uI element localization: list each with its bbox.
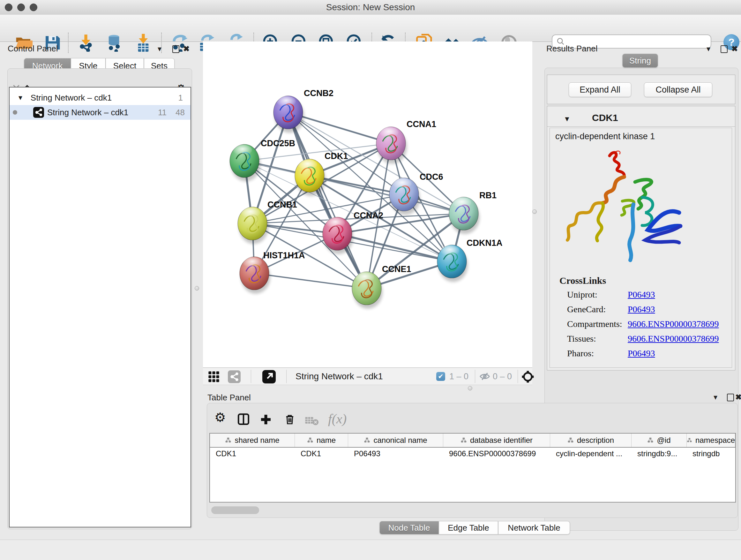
network-row-selected[interactable]: String Network – cdk1 11 48 <box>10 105 191 120</box>
tab-node-table[interactable]: Node Table <box>380 521 439 535</box>
import-table-icon[interactable] <box>134 34 152 52</box>
table-cell[interactable]: P06493 <box>348 448 443 460</box>
toolbar-separator <box>251 370 251 383</box>
table-panel-title: Table Panel <box>207 393 251 402</box>
node-label-CDC25B: CDC25B <box>261 138 295 148</box>
crosslink-link[interactable]: P06493 <box>628 304 655 314</box>
table-cell[interactable]: cyclin-dependent ... <box>550 448 631 460</box>
network-share-view-icon[interactable] <box>228 370 241 383</box>
table-hscrollbar-thumb[interactable] <box>211 506 259 514</box>
node-label-CCNB2: CCNB2 <box>304 88 333 98</box>
results-panel-float-icon[interactable] <box>721 45 728 53</box>
application-window: Session: New Session <box>0 0 741 560</box>
tab-string[interactable]: String <box>622 54 658 68</box>
column-attribute-icon <box>225 437 231 443</box>
crosslink-link[interactable]: 9606.ENSP00000378699 <box>628 334 719 344</box>
column-header-2[interactable]: canonical name <box>348 434 443 447</box>
network-edge-count: 48 <box>176 108 185 118</box>
column-attribute-icon <box>567 437 574 443</box>
column-header-6[interactable]: namespace <box>687 434 735 447</box>
right-splitter-handle[interactable] <box>532 209 537 214</box>
network-view-toolbar: String Network – cdk1 ✔ 1 – 0 0 – 0 <box>203 368 532 385</box>
table-cell[interactable]: CDK1 <box>210 448 295 460</box>
table-cell[interactable]: stringdb:9... <box>631 448 687 460</box>
network-collection-row[interactable]: ▼ String Network – cdk1 1 <box>10 90 191 105</box>
crosslink-label: Pharos: <box>567 348 594 359</box>
string-network-icon <box>33 107 44 118</box>
expand-all-button[interactable]: Expand All <box>569 82 631 97</box>
crosslink-link[interactable]: 9606.ENSP00000378699 <box>628 319 719 329</box>
function-builder-icon-disabled: f(x) <box>328 411 347 427</box>
tab-edge-table[interactable]: Edge Table <box>439 521 498 535</box>
toolbar-separator <box>68 33 69 53</box>
tab-network-table[interactable]: Network Table <box>498 521 570 535</box>
network-node-CDK1 <box>295 159 326 196</box>
table-panel-menu-icon[interactable]: ▾ <box>714 393 718 401</box>
network-node-CCNA1 <box>376 127 407 164</box>
column-header-3[interactable]: database identifier <box>443 434 550 447</box>
hidden-eye-icon[interactable] <box>479 371 490 382</box>
network-view-dot-icon <box>13 110 17 115</box>
network-node-CCNB1 <box>238 207 268 244</box>
delete-column-icon[interactable] <box>284 413 296 425</box>
network-view-title: String Network – cdk1 <box>295 371 383 381</box>
bottom-splitter-handle[interactable] <box>468 386 472 390</box>
title-bar: Session: New Session <box>0 0 741 15</box>
table-options-gear-icon[interactable]: ⚙ <box>214 412 226 423</box>
crosslink-label: Tissues: <box>567 334 596 344</box>
table-cell[interactable]: 9606.ENSP00000378699 <box>443 448 550 460</box>
import-network-database-icon[interactable] <box>105 34 123 52</box>
network-node-RB1 <box>449 197 480 234</box>
node-label-CCNB1: CCNB1 <box>267 200 297 209</box>
left-splitter-handle[interactable] <box>195 286 199 291</box>
node-label-HIST1H1A: HIST1H1A <box>263 251 305 260</box>
results-panel-title: Results Panel <box>546 44 597 54</box>
results-panel-close-icon[interactable]: ✖ <box>731 45 738 53</box>
hidden-node-edge-counts: 0 – 0 <box>493 372 512 381</box>
crosslink-link[interactable]: P06493 <box>628 348 655 359</box>
results-panel-menu-icon[interactable]: ▾ <box>706 45 711 53</box>
column-attribute-icon <box>461 437 467 443</box>
gene-collapse-icon[interactable]: ▼ <box>563 115 570 123</box>
collection-expand-icon[interactable]: ▼ <box>17 94 23 102</box>
column-header-5[interactable]: @id <box>631 434 687 447</box>
delete-table-icon-disabled <box>305 415 319 427</box>
status-bar: Memory <box>0 540 741 560</box>
toolbar-separator <box>518 370 518 383</box>
node-label-RB1: RB1 <box>479 191 496 200</box>
table-panel-close-icon[interactable]: ✖ <box>735 393 741 401</box>
node-label-CCNE1: CCNE1 <box>382 264 411 274</box>
control-panel-menu-icon[interactable]: ▾ <box>158 45 161 53</box>
control-panel-close-icon[interactable]: ✖ <box>183 45 190 53</box>
table-cell[interactable]: CDK1 <box>295 448 348 460</box>
node-table: shared namenamecanonical namedatabase id… <box>209 433 736 503</box>
crosslink-label: Compartments: <box>567 319 622 329</box>
control-panel-float-icon[interactable] <box>172 45 179 53</box>
table-panel-float-icon[interactable] <box>727 394 734 401</box>
node-label-CDC6: CDC6 <box>420 172 443 182</box>
selected-nodes-checkbox[interactable]: ✔ <box>436 372 445 381</box>
table-cell[interactable]: stringdb <box>687 448 735 460</box>
network-node-count: 11 <box>158 108 166 118</box>
selected-node-edge-counts: 1 – 0 <box>449 372 468 381</box>
show-columns-icon[interactable] <box>237 413 250 426</box>
main-toolbar: ? <box>0 15 741 42</box>
network-canvas[interactable]: CCNB2CCNA1CDC25BCDK1CDC6RB1CCNB1CCNA2CDK… <box>203 42 532 368</box>
divider <box>547 126 735 127</box>
crosslink-link[interactable]: P06493 <box>628 290 655 300</box>
grid-view-icon[interactable] <box>207 370 220 383</box>
collection-count: 1 <box>179 93 183 103</box>
crosshair-icon[interactable] <box>521 370 535 383</box>
network-node-CDC25B <box>230 144 260 181</box>
column-attribute-icon <box>307 437 313 443</box>
detach-view-icon[interactable] <box>262 370 276 383</box>
column-header-4[interactable]: description <box>550 434 631 447</box>
gene-description: cyclin-dependent kinase 1 <box>555 132 655 141</box>
add-column-icon[interactable] <box>259 413 272 426</box>
collection-label: String Network – cdk1 <box>30 93 112 103</box>
import-network-file-icon[interactable] <box>77 34 95 52</box>
column-header-1[interactable]: name <box>295 434 348 447</box>
network-tree: ▼ String Network – cdk1 1 String Network… <box>9 87 191 527</box>
collapse-all-button[interactable]: Collapse All <box>644 82 712 97</box>
column-header-0[interactable]: shared name <box>210 434 295 447</box>
